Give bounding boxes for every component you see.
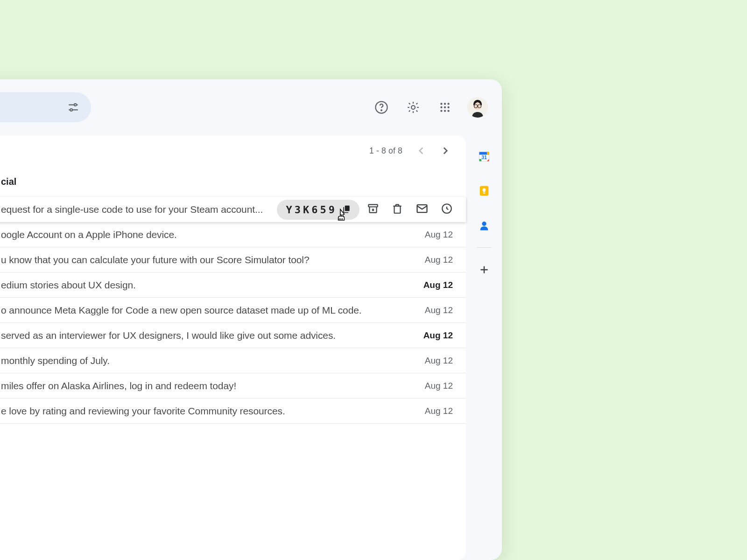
side-rail: 31 — [466, 135, 502, 560]
header — [0, 79, 502, 135]
rail-divider — [477, 247, 491, 248]
svg-text:31: 31 — [481, 154, 487, 160]
mail-snippet: o announce Meta Kaggle for Code a new op… — [1, 305, 411, 316]
tune-icon[interactable] — [64, 98, 83, 117]
snooze-icon[interactable] — [441, 203, 453, 217]
svg-point-30 — [482, 222, 486, 226]
mail-snippet: oogle Account on a Apple iPhone device. — [1, 229, 411, 240]
prev-page-button[interactable] — [411, 140, 431, 161]
mail-date: Aug 12 — [411, 406, 453, 416]
contacts-icon[interactable] — [477, 218, 491, 232]
mail-date: Aug 12 — [411, 255, 453, 265]
svg-rect-18 — [345, 206, 350, 211]
calendar-icon[interactable]: 31 — [477, 149, 491, 163]
main-panel: 1 - 8 of 8 cial equest for a single-use … — [0, 135, 466, 560]
mail-row[interactable]: u know that you can calculate your futur… — [0, 247, 466, 273]
svg-point-11 — [440, 110, 442, 112]
avatar[interactable] — [467, 97, 488, 118]
category-tabs: cial — [0, 166, 466, 197]
mail-date: Aug 12 — [411, 305, 453, 315]
apps-grid-icon[interactable] — [436, 98, 454, 117]
mail-date: Aug 12 — [411, 280, 453, 290]
archive-icon[interactable] — [367, 203, 379, 217]
svg-point-0 — [74, 104, 77, 106]
mail-snippet: u know that you can calculate your futur… — [1, 254, 411, 266]
header-actions — [372, 97, 488, 118]
svg-point-3 — [381, 110, 382, 111]
svg-rect-29 — [483, 193, 485, 194]
svg-point-9 — [444, 106, 446, 108]
row-actions — [367, 202, 453, 217]
mail-date: Aug 12 — [411, 330, 453, 341]
svg-rect-27 — [486, 152, 489, 155]
svg-point-4 — [411, 105, 415, 109]
pagination-label: 1 - 8 of 8 — [369, 146, 402, 156]
mail-ausaround: miles offer on Alaska Airlines, log in a… — [1, 380, 411, 392]
next-page-button[interactable] — [435, 140, 456, 161]
mail-snippet: monthly spending of July. — [1, 355, 411, 366]
mark-unread-icon[interactable] — [416, 202, 429, 217]
svg-point-5 — [440, 103, 442, 105]
svg-point-8 — [440, 106, 442, 108]
mail-snippet: equest for a single-use code to use for … — [1, 204, 277, 215]
mail-row[interactable]: monthly spending of July. Aug 12 — [0, 348, 466, 373]
svg-point-10 — [447, 106, 449, 108]
tab-social[interactable]: cial — [1, 176, 16, 187]
mail-date: Aug 12 — [411, 381, 453, 391]
mail-row[interactable]: edium stories about UX design. Aug 12 — [0, 273, 466, 298]
content-area: 1 - 8 of 8 cial equest for a single-use … — [0, 135, 502, 560]
mail-list: equest for a single-use code to use for … — [0, 197, 466, 560]
toolbar: 1 - 8 of 8 — [0, 135, 466, 166]
svg-point-6 — [444, 103, 446, 105]
code-chip[interactable]: Y3K659 — [277, 200, 359, 220]
help-icon[interactable] — [372, 98, 391, 117]
mail-snippet: served as an interviewer for UX designer… — [1, 330, 411, 341]
svg-point-13 — [447, 110, 449, 112]
mail-row[interactable]: e love by rating and reviewing your favo… — [0, 399, 466, 424]
mail-date: Aug 12 — [411, 230, 453, 240]
svg-rect-26 — [479, 159, 481, 161]
app-window: 1 - 8 of 8 cial equest for a single-use … — [0, 79, 502, 560]
add-icon[interactable] — [477, 263, 491, 277]
mail-row[interactable]: served as an interviewer for UX designer… — [0, 323, 466, 348]
delete-icon[interactable] — [391, 203, 403, 217]
mail-row[interactable]: oogle Account on a Apple iPhone device. … — [0, 222, 466, 247]
svg-point-7 — [447, 103, 449, 105]
code-value: Y3K659 — [286, 204, 337, 216]
mail-snippet: edium stories about UX design. — [1, 280, 411, 291]
keep-icon[interactable] — [477, 184, 491, 198]
svg-point-12 — [444, 110, 446, 112]
search-bar[interactable] — [0, 92, 91, 122]
svg-rect-19 — [368, 204, 378, 207]
svg-point-1 — [70, 109, 72, 111]
mail-row[interactable]: equest for a single-use code to use for … — [0, 197, 466, 222]
mail-date: Aug 12 — [411, 356, 453, 366]
mail-row[interactable]: miles offer on Alaska Airlines, log in a… — [0, 373, 466, 399]
mail-snippet: e love by rating and reviewing your favo… — [1, 406, 411, 417]
gear-icon[interactable] — [404, 98, 423, 117]
mail-row[interactable]: o announce Meta Kaggle for Code a new op… — [0, 298, 466, 323]
copy-icon[interactable] — [342, 204, 352, 215]
